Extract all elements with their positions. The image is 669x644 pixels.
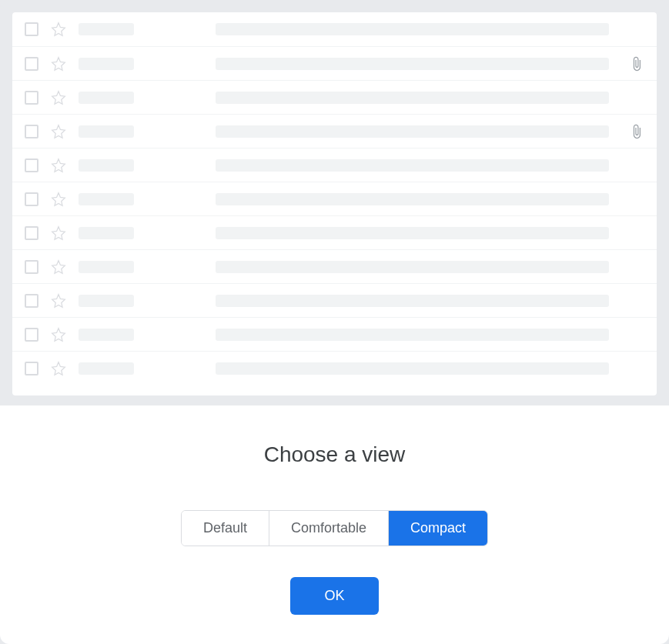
checkbox-icon[interactable]	[25, 125, 38, 138]
content-placeholder	[216, 159, 609, 172]
content-placeholder	[216, 58, 609, 70]
view-chooser-dialog: Choose a view Default Comfortable Compac…	[0, 0, 669, 644]
ok-button[interactable]: OK	[290, 577, 378, 615]
star-icon[interactable]	[51, 90, 66, 105]
email-row[interactable]	[12, 80, 657, 114]
email-row[interactable]	[12, 46, 657, 80]
sender-placeholder	[79, 23, 134, 35]
star-icon[interactable]	[51, 225, 66, 241]
checkbox-icon[interactable]	[25, 57, 38, 71]
content-placeholder	[216, 92, 609, 104]
email-row[interactable]	[12, 12, 657, 46]
content-placeholder	[216, 261, 609, 273]
checkbox-icon[interactable]	[25, 91, 38, 105]
star-icon[interactable]	[51, 293, 66, 309]
checkbox-icon[interactable]	[25, 294, 38, 308]
sender-placeholder	[79, 92, 134, 104]
sender-placeholder	[79, 193, 134, 205]
density-preview-area	[0, 0, 669, 408]
sender-placeholder	[79, 227, 134, 239]
star-icon[interactable]	[51, 56, 66, 72]
email-row[interactable]	[12, 215, 657, 249]
checkbox-icon[interactable]	[25, 226, 38, 240]
content-placeholder	[216, 193, 609, 205]
email-row[interactable]	[12, 114, 657, 148]
sender-placeholder	[79, 125, 134, 138]
checkbox-icon[interactable]	[25, 328, 38, 342]
checkbox-icon[interactable]	[25, 192, 38, 206]
bottom-panel: Choose a view Default Comfortable Compac…	[0, 405, 669, 644]
checkbox-icon[interactable]	[25, 260, 38, 274]
checkbox-icon[interactable]	[25, 22, 38, 36]
email-row[interactable]	[12, 317, 657, 351]
star-icon[interactable]	[51, 124, 66, 139]
email-row[interactable]	[12, 249, 657, 283]
density-option-comfortable[interactable]: Comfortable	[269, 511, 389, 546]
density-option-default[interactable]: Default	[182, 511, 269, 546]
checkbox-icon[interactable]	[25, 362, 38, 375]
sender-placeholder	[79, 58, 134, 70]
sender-placeholder	[79, 329, 134, 341]
attachment-icon	[629, 124, 644, 139]
sender-placeholder	[79, 362, 134, 375]
content-placeholder	[216, 227, 609, 239]
email-row[interactable]	[12, 148, 657, 182]
email-list-preview	[12, 12, 657, 395]
star-icon[interactable]	[51, 22, 66, 37]
sender-placeholder	[79, 159, 134, 172]
sender-placeholder	[79, 261, 134, 273]
star-icon[interactable]	[51, 259, 66, 275]
checkbox-icon[interactable]	[25, 158, 38, 172]
content-placeholder	[216, 362, 609, 375]
density-segmented-control: Default Comfortable Compact	[181, 510, 488, 546]
content-placeholder	[216, 125, 609, 138]
content-placeholder	[216, 329, 609, 341]
email-row[interactable]	[12, 182, 657, 215]
star-icon[interactable]	[51, 158, 66, 173]
star-icon[interactable]	[51, 192, 66, 207]
density-option-compact[interactable]: Compact	[389, 511, 487, 546]
email-row[interactable]	[12, 351, 657, 385]
star-icon[interactable]	[51, 327, 66, 342]
content-placeholder	[216, 295, 609, 307]
attachment-icon	[629, 56, 644, 72]
content-placeholder	[216, 23, 609, 35]
panel-title: Choose a view	[264, 442, 406, 467]
sender-placeholder	[79, 295, 134, 307]
email-row[interactable]	[12, 283, 657, 317]
star-icon[interactable]	[51, 361, 66, 376]
